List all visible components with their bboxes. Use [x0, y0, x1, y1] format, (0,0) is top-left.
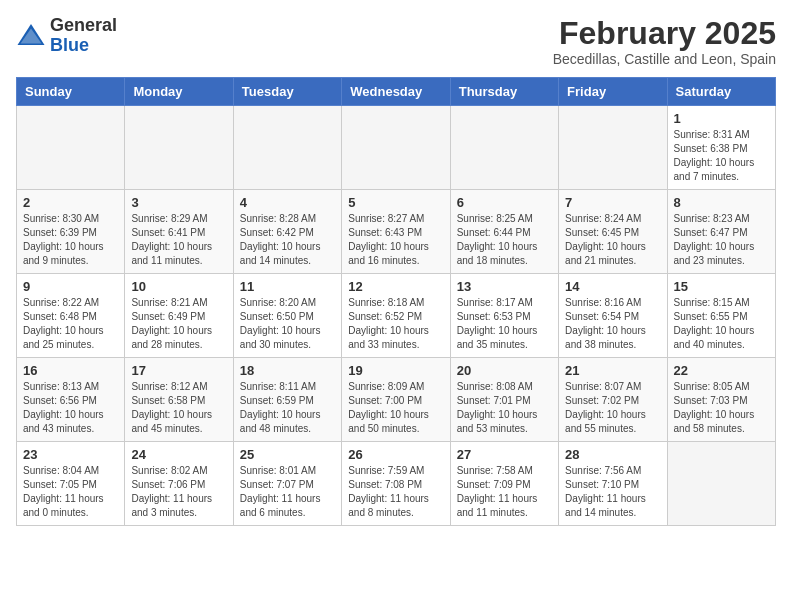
day-number: 17	[131, 363, 226, 378]
calendar-cell: 5Sunrise: 8:27 AM Sunset: 6:43 PM Daylig…	[342, 190, 450, 274]
day-info: Sunrise: 8:27 AM Sunset: 6:43 PM Dayligh…	[348, 212, 443, 268]
page-header: General Blue February 2025 Becedillas, C…	[16, 16, 776, 67]
weekday-header-friday: Friday	[559, 78, 667, 106]
day-number: 26	[348, 447, 443, 462]
day-info: Sunrise: 8:17 AM Sunset: 6:53 PM Dayligh…	[457, 296, 552, 352]
day-info: Sunrise: 8:20 AM Sunset: 6:50 PM Dayligh…	[240, 296, 335, 352]
weekday-header-sunday: Sunday	[17, 78, 125, 106]
calendar-cell: 15Sunrise: 8:15 AM Sunset: 6:55 PM Dayli…	[667, 274, 775, 358]
day-info: Sunrise: 8:24 AM Sunset: 6:45 PM Dayligh…	[565, 212, 660, 268]
calendar-cell: 12Sunrise: 8:18 AM Sunset: 6:52 PM Dayli…	[342, 274, 450, 358]
day-info: Sunrise: 8:29 AM Sunset: 6:41 PM Dayligh…	[131, 212, 226, 268]
location-subtitle: Becedillas, Castille and Leon, Spain	[553, 51, 776, 67]
week-row-3: 9Sunrise: 8:22 AM Sunset: 6:48 PM Daylig…	[17, 274, 776, 358]
day-info: Sunrise: 7:56 AM Sunset: 7:10 PM Dayligh…	[565, 464, 660, 520]
calendar-cell: 13Sunrise: 8:17 AM Sunset: 6:53 PM Dayli…	[450, 274, 558, 358]
logo: General Blue	[16, 16, 117, 56]
calendar-cell: 19Sunrise: 8:09 AM Sunset: 7:00 PM Dayli…	[342, 358, 450, 442]
weekday-header-monday: Monday	[125, 78, 233, 106]
day-number: 3	[131, 195, 226, 210]
calendar-cell: 10Sunrise: 8:21 AM Sunset: 6:49 PM Dayli…	[125, 274, 233, 358]
day-info: Sunrise: 8:04 AM Sunset: 7:05 PM Dayligh…	[23, 464, 118, 520]
day-info: Sunrise: 8:09 AM Sunset: 7:00 PM Dayligh…	[348, 380, 443, 436]
calendar-cell	[559, 106, 667, 190]
day-info: Sunrise: 7:59 AM Sunset: 7:08 PM Dayligh…	[348, 464, 443, 520]
calendar-cell	[342, 106, 450, 190]
day-info: Sunrise: 8:30 AM Sunset: 6:39 PM Dayligh…	[23, 212, 118, 268]
day-number: 1	[674, 111, 769, 126]
calendar-cell	[667, 442, 775, 526]
weekday-header-tuesday: Tuesday	[233, 78, 341, 106]
day-number: 13	[457, 279, 552, 294]
calendar-cell: 16Sunrise: 8:13 AM Sunset: 6:56 PM Dayli…	[17, 358, 125, 442]
day-info: Sunrise: 8:28 AM Sunset: 6:42 PM Dayligh…	[240, 212, 335, 268]
month-year-title: February 2025	[553, 16, 776, 51]
calendar-cell	[450, 106, 558, 190]
calendar-cell: 18Sunrise: 8:11 AM Sunset: 6:59 PM Dayli…	[233, 358, 341, 442]
day-info: Sunrise: 8:01 AM Sunset: 7:07 PM Dayligh…	[240, 464, 335, 520]
weekday-header-row: SundayMondayTuesdayWednesdayThursdayFrid…	[17, 78, 776, 106]
calendar-cell: 23Sunrise: 8:04 AM Sunset: 7:05 PM Dayli…	[17, 442, 125, 526]
day-info: Sunrise: 8:07 AM Sunset: 7:02 PM Dayligh…	[565, 380, 660, 436]
calendar-cell: 25Sunrise: 8:01 AM Sunset: 7:07 PM Dayli…	[233, 442, 341, 526]
day-info: Sunrise: 8:11 AM Sunset: 6:59 PM Dayligh…	[240, 380, 335, 436]
day-number: 16	[23, 363, 118, 378]
day-info: Sunrise: 8:15 AM Sunset: 6:55 PM Dayligh…	[674, 296, 769, 352]
day-info: Sunrise: 8:05 AM Sunset: 7:03 PM Dayligh…	[674, 380, 769, 436]
day-number: 25	[240, 447, 335, 462]
logo-icon	[16, 21, 46, 51]
day-number: 19	[348, 363, 443, 378]
day-number: 12	[348, 279, 443, 294]
calendar-cell: 8Sunrise: 8:23 AM Sunset: 6:47 PM Daylig…	[667, 190, 775, 274]
calendar-cell: 1Sunrise: 8:31 AM Sunset: 6:38 PM Daylig…	[667, 106, 775, 190]
day-info: Sunrise: 8:02 AM Sunset: 7:06 PM Dayligh…	[131, 464, 226, 520]
calendar-cell: 20Sunrise: 8:08 AM Sunset: 7:01 PM Dayli…	[450, 358, 558, 442]
calendar-cell: 22Sunrise: 8:05 AM Sunset: 7:03 PM Dayli…	[667, 358, 775, 442]
week-row-1: 1Sunrise: 8:31 AM Sunset: 6:38 PM Daylig…	[17, 106, 776, 190]
calendar-cell	[17, 106, 125, 190]
calendar-cell	[125, 106, 233, 190]
day-number: 23	[23, 447, 118, 462]
weekday-header-saturday: Saturday	[667, 78, 775, 106]
calendar-cell: 6Sunrise: 8:25 AM Sunset: 6:44 PM Daylig…	[450, 190, 558, 274]
day-info: Sunrise: 8:13 AM Sunset: 6:56 PM Dayligh…	[23, 380, 118, 436]
calendar-cell: 26Sunrise: 7:59 AM Sunset: 7:08 PM Dayli…	[342, 442, 450, 526]
week-row-5: 23Sunrise: 8:04 AM Sunset: 7:05 PM Dayli…	[17, 442, 776, 526]
weekday-header-wednesday: Wednesday	[342, 78, 450, 106]
day-info: Sunrise: 8:23 AM Sunset: 6:47 PM Dayligh…	[674, 212, 769, 268]
day-number: 20	[457, 363, 552, 378]
day-info: Sunrise: 8:18 AM Sunset: 6:52 PM Dayligh…	[348, 296, 443, 352]
day-info: Sunrise: 7:58 AM Sunset: 7:09 PM Dayligh…	[457, 464, 552, 520]
calendar-cell: 17Sunrise: 8:12 AM Sunset: 6:58 PM Dayli…	[125, 358, 233, 442]
day-info: Sunrise: 8:21 AM Sunset: 6:49 PM Dayligh…	[131, 296, 226, 352]
day-info: Sunrise: 8:22 AM Sunset: 6:48 PM Dayligh…	[23, 296, 118, 352]
day-number: 10	[131, 279, 226, 294]
title-block: February 2025 Becedillas, Castille and L…	[553, 16, 776, 67]
day-number: 11	[240, 279, 335, 294]
calendar-cell: 28Sunrise: 7:56 AM Sunset: 7:10 PM Dayli…	[559, 442, 667, 526]
day-info: Sunrise: 8:08 AM Sunset: 7:01 PM Dayligh…	[457, 380, 552, 436]
day-number: 27	[457, 447, 552, 462]
calendar-cell: 24Sunrise: 8:02 AM Sunset: 7:06 PM Dayli…	[125, 442, 233, 526]
day-number: 8	[674, 195, 769, 210]
logo-blue-text: Blue	[50, 35, 89, 55]
day-number: 4	[240, 195, 335, 210]
calendar-cell	[233, 106, 341, 190]
day-number: 2	[23, 195, 118, 210]
calendar-cell: 11Sunrise: 8:20 AM Sunset: 6:50 PM Dayli…	[233, 274, 341, 358]
calendar-cell: 21Sunrise: 8:07 AM Sunset: 7:02 PM Dayli…	[559, 358, 667, 442]
day-info: Sunrise: 8:16 AM Sunset: 6:54 PM Dayligh…	[565, 296, 660, 352]
calendar-cell: 4Sunrise: 8:28 AM Sunset: 6:42 PM Daylig…	[233, 190, 341, 274]
day-number: 28	[565, 447, 660, 462]
day-info: Sunrise: 8:31 AM Sunset: 6:38 PM Dayligh…	[674, 128, 769, 184]
day-number: 6	[457, 195, 552, 210]
calendar-table: SundayMondayTuesdayWednesdayThursdayFrid…	[16, 77, 776, 526]
day-number: 18	[240, 363, 335, 378]
day-number: 7	[565, 195, 660, 210]
day-number: 9	[23, 279, 118, 294]
day-number: 21	[565, 363, 660, 378]
day-number: 5	[348, 195, 443, 210]
day-info: Sunrise: 8:25 AM Sunset: 6:44 PM Dayligh…	[457, 212, 552, 268]
day-number: 24	[131, 447, 226, 462]
logo-general-text: General	[50, 15, 117, 35]
